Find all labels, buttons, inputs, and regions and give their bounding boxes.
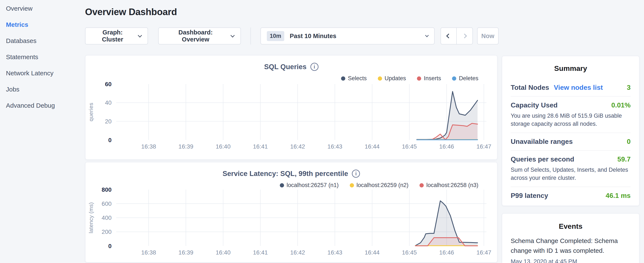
chevron-right-icon	[462, 34, 467, 39]
sql-queries-line-chart[interactable]: 020406016:3816:3916:4016:4116:4216:4316:…	[86, 56, 497, 159]
svg-text:20: 20	[105, 118, 112, 125]
summary-row-total-nodes: Total Nodes View nodes list 3	[511, 79, 630, 96]
summary-row-queries-per-second: Queries per second 59.7 Sum of Selects, …	[511, 150, 630, 187]
time-window-badge: 10m	[267, 31, 284, 41]
svg-text:16:44: 16:44	[365, 143, 380, 150]
summary-row-p99-latency: P99 latency 46.1 ms	[511, 187, 630, 204]
event-text: Schema Change Completed: Schema change w…	[511, 236, 630, 255]
page-title: Overview Dashboard	[85, 7, 498, 17]
svg-text:16:44: 16:44	[365, 249, 380, 256]
sidebar-item-overview[interactable]: Overview	[6, 5, 85, 12]
summary-label: Queries per second	[511, 155, 574, 163]
chevron-down-icon	[230, 33, 235, 38]
service-latency-chart-card: Service Latency: SQL, 99th percentile i …	[85, 162, 498, 262]
svg-text:16:47: 16:47	[476, 249, 491, 256]
view-nodes-list-link[interactable]: View nodes list	[554, 84, 603, 92]
sidebar-item-databases[interactable]: Databases	[6, 38, 85, 44]
event-timestamp: May 13, 2020 at 4:45 PM	[511, 258, 630, 263]
svg-text:16:39: 16:39	[178, 143, 193, 150]
summary-description: Sum of Selects, Updates, Inserts, and De…	[511, 166, 630, 182]
svg-text:16:42: 16:42	[290, 249, 305, 256]
events-title: Events	[511, 222, 630, 230]
summary-row-capacity-used: Capacity Used 0.01% You are using 28.6 M…	[511, 96, 630, 133]
svg-text:16:42: 16:42	[290, 143, 305, 150]
summary-description: You are using 28.6 MiB of 515.9 GiB usab…	[511, 112, 630, 128]
controls-divider	[250, 28, 251, 45]
svg-text:16:41: 16:41	[253, 143, 268, 150]
summary-label: Total Nodes	[511, 84, 549, 92]
time-window-label: Past 10 Minutes	[290, 33, 336, 40]
sidebar-item-jobs[interactable]: Jobs	[6, 86, 85, 93]
time-forward-button[interactable]	[457, 28, 473, 45]
svg-text:600: 600	[102, 200, 112, 207]
sidebar: Overview Metrics Databases Statements Ne…	[0, 0, 85, 263]
svg-text:0: 0	[108, 137, 112, 143]
dashboard-controls: Graph: Cluster Dashboard: Overview 10m P…	[85, 28, 498, 45]
svg-text:200: 200	[102, 228, 112, 235]
svg-text:16:43: 16:43	[328, 249, 342, 256]
sidebar-item-advanced-debug[interactable]: Advanced Debug	[6, 102, 85, 109]
svg-text:16:45: 16:45	[402, 249, 417, 256]
svg-text:0: 0	[108, 243, 112, 249]
summary-title: Summary	[511, 64, 630, 73]
graph-scope-label: Graph: Cluster	[92, 29, 133, 43]
svg-text:800: 800	[102, 186, 112, 193]
svg-text:16:40: 16:40	[216, 143, 231, 150]
summary-value: 46.1 ms	[606, 192, 630, 200]
svg-text:16:38: 16:38	[141, 249, 156, 256]
sidebar-item-statements[interactable]: Statements	[6, 54, 85, 60]
main-content: Overview Dashboard Graph: Cluster Dashbo…	[85, 0, 498, 262]
graph-scope-dropdown[interactable]: Graph: Cluster	[85, 28, 148, 45]
svg-text:400: 400	[102, 214, 112, 221]
svg-text:16:46: 16:46	[439, 249, 454, 256]
summary-panel: Summary Total Nodes View nodes list 3 Ca…	[502, 56, 640, 206]
chevron-left-icon	[446, 34, 451, 39]
summary-value: 59.7	[618, 155, 630, 163]
summary-row-unavailable-ranges: Unavailable ranges 0	[511, 133, 630, 150]
svg-text:40: 40	[105, 100, 112, 106]
svg-text:queries: queries	[88, 103, 94, 121]
svg-text:16:47: 16:47	[476, 143, 491, 150]
summary-label: Capacity Used	[511, 101, 558, 109]
svg-text:60: 60	[105, 81, 112, 87]
dashboard-dropdown[interactable]: Dashboard: Overview	[158, 28, 241, 45]
svg-text:16:43: 16:43	[328, 143, 342, 150]
summary-label: P99 latency	[511, 192, 548, 200]
svg-text:16:40: 16:40	[216, 249, 231, 256]
svg-text:16:46: 16:46	[439, 143, 454, 150]
time-window-dropdown[interactable]: 10m Past 10 Minutes	[260, 28, 434, 45]
dashboard-dropdown-label: Dashboard: Overview	[165, 29, 226, 43]
service-latency-line-chart[interactable]: 020040060080016:3816:3916:4016:4116:4216…	[86, 162, 497, 262]
events-panel: Events Schema Change Completed: Schema c…	[502, 213, 640, 263]
summary-value: 3	[627, 84, 630, 92]
summary-value: 0.01%	[611, 101, 630, 109]
time-back-button[interactable]	[440, 28, 457, 45]
summary-label: Unavailable ranges	[511, 138, 573, 146]
sql-queries-chart-card: SQL Queries i Selects Updates Inserts De…	[85, 55, 498, 160]
svg-text:16:38: 16:38	[141, 143, 156, 150]
summary-value: 0	[627, 138, 630, 146]
sidebar-item-metrics[interactable]: Metrics	[6, 22, 85, 28]
svg-text:16:45: 16:45	[402, 143, 417, 150]
svg-text:16:41: 16:41	[253, 249, 268, 256]
chevron-down-icon	[138, 33, 142, 37]
time-pager	[440, 28, 473, 45]
now-button[interactable]: Now	[477, 28, 498, 45]
svg-text:16:39: 16:39	[178, 249, 193, 256]
sidebar-item-network-latency[interactable]: Network Latency	[6, 70, 85, 76]
svg-text:latency (ms): latency (ms)	[88, 202, 94, 233]
chevron-down-icon	[425, 34, 428, 37]
